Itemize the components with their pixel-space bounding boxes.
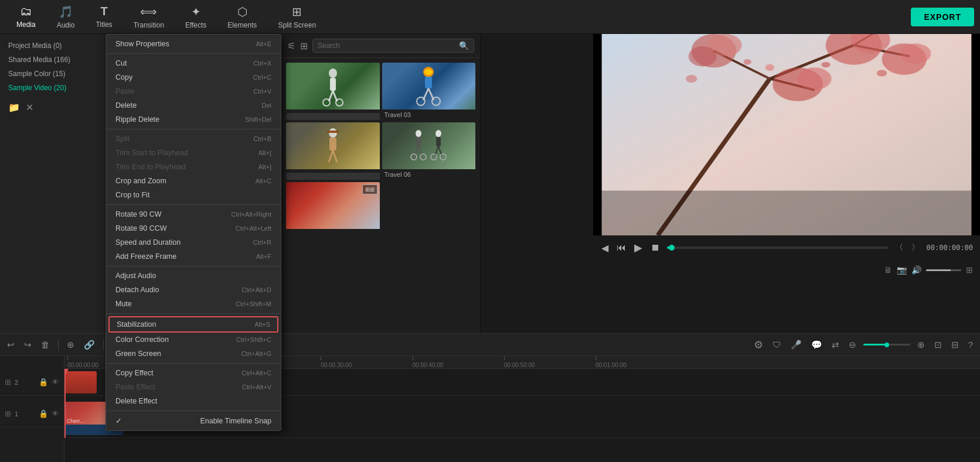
audio-icon: 🎵 (59, 5, 73, 19)
split-view-icon[interactable]: ⊟ (949, 338, 961, 351)
menu-copy-effect[interactable]: Copy Effect Ctrl+Alt+C (106, 366, 281, 380)
volume-slider[interactable] (926, 269, 961, 271)
media-thumb-travel05[interactable] (286, 122, 380, 180)
clip-red[interactable] (64, 371, 97, 393)
add-folder-icon[interactable]: 📁 (8, 102, 20, 113)
filter-icon[interactable]: ⚟ (287, 40, 295, 52)
nav-media[interactable]: 🗂 Media (6, 1, 46, 32)
menu-paste-shortcut: Ctrl+V (253, 88, 271, 95)
rewind-button[interactable]: ⏮ (615, 241, 627, 254)
media-grid: Travel 03 (281, 58, 480, 237)
zoom-in-icon[interactable]: ⊕ (915, 338, 927, 351)
cyclist2-icon (430, 129, 447, 167)
track1-eye-icon[interactable]: 👁 (52, 409, 59, 418)
mic-icon[interactable]: 🎤 (788, 338, 804, 351)
sidebar-item-sample-color[interactable]: Sample Color (15) (0, 67, 105, 81)
delete-track-button[interactable]: 🗑 (39, 338, 52, 351)
camera-icon[interactable]: 📷 (897, 265, 907, 275)
menu-mute[interactable]: Mute Ctrl+Shift+M (106, 297, 281, 311)
menu-rotate-cw[interactable]: Rotate 90 CW Ctrl+Alt+Right (106, 207, 281, 221)
play-button[interactable]: ▶ (633, 240, 644, 255)
media-thumb-cherry[interactable]: ⊞⊞ (286, 182, 380, 232)
redo-button[interactable]: ↪ (22, 338, 34, 351)
menu-delete[interactable]: Delete Del (106, 98, 281, 112)
fit-icon[interactable]: ⊡ (932, 338, 944, 351)
sidebar-item-project-media[interactable]: Project Media (0) (0, 39, 105, 53)
link-button[interactable]: 🔗 (81, 338, 97, 351)
svg-rect-1 (330, 78, 336, 91)
nav-audio[interactable]: 🎵 Audio (46, 1, 86, 33)
caption-icon[interactable]: 💬 (809, 338, 825, 351)
sidebar-item-shared-media[interactable]: Shared Media (166) (0, 53, 105, 67)
media-thumb-cherry-label (286, 229, 380, 232)
media-thumb-travel06[interactable]: Travel 06 (382, 122, 476, 180)
nav-titles[interactable]: T Titles (85, 1, 122, 32)
grid-icon[interactable]: ⊞ (300, 40, 308, 52)
zoom-slider[interactable] (863, 344, 910, 345)
svg-point-47 (743, 59, 751, 65)
menu-crop-fit[interactable]: Crop to Fit (106, 188, 281, 202)
menu-ripple-delete[interactable]: Ripple Delete Shift+Del (106, 112, 281, 126)
media-thumb-travel06-label: Travel 06 (382, 169, 476, 180)
svg-point-22 (411, 154, 417, 160)
search-input[interactable] (318, 42, 455, 50)
help-icon[interactable]: ? (966, 338, 975, 351)
track2-eye-icon[interactable]: 👁 (52, 378, 59, 386)
nav-split-screen[interactable]: ⊞ Split Screen (267, 1, 326, 33)
menu-delete-effect[interactable]: Delete Effect (106, 394, 281, 408)
menu-trim-end-shortcut: Alt+] (258, 163, 271, 170)
next-marker-icon[interactable]: 〉 (910, 241, 921, 254)
menu-crop-zoom[interactable]: Crop and Zoom Alt+C (106, 174, 281, 188)
progress-bar[interactable] (667, 247, 888, 249)
nav-elements[interactable]: ⬡ Elements (217, 1, 267, 33)
menu-add-freeze-label: Add Freeze Frame (115, 252, 176, 261)
nav-transition[interactable]: ⟺ Transition (123, 1, 175, 33)
swap-icon[interactable]: ⇄ (829, 338, 842, 351)
menu-adjust-audio[interactable]: Adjust Audio (106, 269, 281, 283)
separator-3 (106, 204, 281, 205)
menu-cut[interactable]: Cut Ctrl+X (106, 56, 281, 70)
zoom-out-icon[interactable]: ⊖ (846, 338, 859, 351)
stop-button[interactable]: ⏹ (649, 241, 661, 254)
menu-speed-duration[interactable]: Speed and Duration Ctrl+R (106, 235, 281, 249)
prev-frame-button[interactable]: ◀ (600, 241, 610, 255)
volume-icon[interactable]: 🔊 (911, 265, 921, 275)
menu-stabilization[interactable]: Stabilization Alt+S (108, 316, 278, 333)
add-track-button[interactable]: ⊕ (64, 338, 77, 351)
track2-lock-icon[interactable]: 🔒 (39, 378, 48, 386)
render-icon[interactable]: ⚙ (751, 337, 765, 353)
menu-split: Split Ctrl+B (106, 132, 281, 146)
menu-detach-audio[interactable]: Detach Audio Ctrl+Alt+D (106, 283, 281, 297)
undo-button[interactable]: ↩ (5, 338, 17, 351)
playhead[interactable] (64, 369, 66, 438)
svg-point-50 (877, 70, 887, 76)
menu-add-freeze[interactable]: Add Freeze Frame Alt+F (106, 249, 281, 263)
media-thumb-travel03[interactable]: Travel 03 (382, 63, 476, 120)
menu-rotate-ccw[interactable]: Rotate 90 CCW Ctrl+Alt+Left (106, 221, 281, 235)
menu-color-correction[interactable]: Color Correction Ctrl+Shift+C (106, 333, 281, 347)
remove-folder-icon[interactable]: ✕ (26, 102, 33, 113)
nav-effects[interactable]: ✦ Effects (175, 1, 217, 33)
volume-fill (926, 269, 951, 271)
menu-green-screen-label: Green Screen (115, 350, 161, 358)
svg-point-12 (432, 97, 440, 105)
sidebar-item-sample-video[interactable]: Sample Video (20) (0, 81, 105, 95)
zoom-fill (863, 344, 887, 345)
menu-show-properties[interactable]: Show Properties Alt+E (106, 37, 281, 51)
menu-trim-start: Trim Start to Playhead Alt+[ (106, 146, 281, 160)
prev-marker-icon[interactable]: 〈 (894, 241, 904, 254)
menu-copy[interactable]: Copy Ctrl+C (106, 70, 281, 84)
svg-rect-8 (425, 77, 432, 88)
screen-icon[interactable]: 🖥 (884, 265, 892, 275)
menu-color-correction-shortcut: Ctrl+Shift+C (236, 336, 271, 343)
export-button[interactable]: EXPORT (911, 8, 974, 26)
media-thumb-travel01[interactable] (286, 63, 380, 120)
fullscreen-icon[interactable]: ⊞ (966, 265, 973, 275)
svg-point-39 (689, 46, 717, 66)
shield-icon[interactable]: 🛡 (770, 338, 784, 351)
search-icon[interactable]: 🔍 (459, 41, 469, 50)
track1-lock-icon[interactable]: 🔒 (39, 409, 48, 418)
menu-green-screen[interactable]: Green Screen Ctrl+Alt+G (106, 347, 281, 361)
svg-point-24 (435, 130, 441, 137)
menu-enable-snap[interactable]: ✓ Enable Timeline Snap (106, 413, 281, 428)
